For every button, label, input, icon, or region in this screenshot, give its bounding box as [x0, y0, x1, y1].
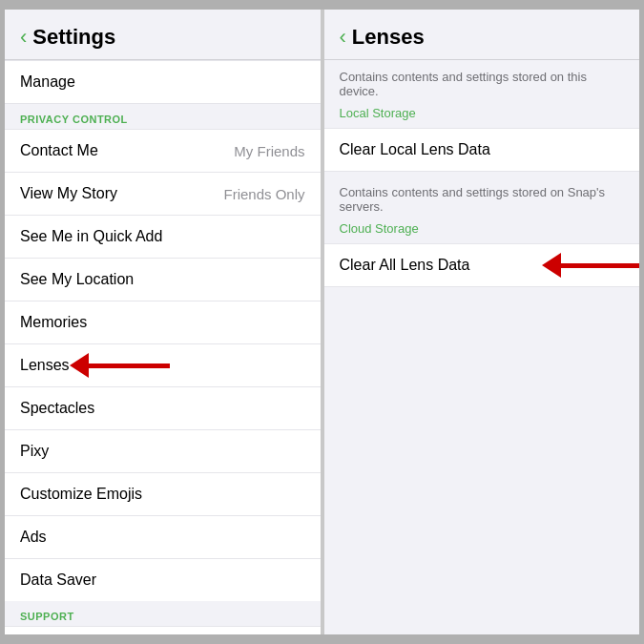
clear-all-arrow-head: [542, 253, 561, 278]
manage-label: Manage: [20, 73, 75, 91]
contact-me-value: My Friends: [234, 143, 304, 159]
settings-panel: ‹ Settings Manage PRIVACY CONTROL Contac…: [5, 10, 321, 634]
settings-item-see-my-location[interactable]: See My Location: [5, 259, 321, 301]
support-group: I Need Help: [5, 626, 321, 634]
settings-item-manage[interactable]: Manage: [5, 60, 321, 104]
local-storage-label: Local Storage: [324, 102, 640, 128]
lenses-label: Lenses: [20, 357, 70, 374]
cloud-storage-info: Contains contents and settings stored on…: [324, 172, 640, 218]
settings-item-i-need-help[interactable]: I Need Help: [5, 626, 321, 634]
back-arrow-settings[interactable]: ‹: [20, 25, 27, 50]
data-saver-label: Data Saver: [20, 571, 96, 589]
local-storage-section: Contains contents and settings stored on…: [324, 60, 640, 172]
phone-container: ‹ Settings Manage PRIVACY CONTROL Contac…: [5, 10, 639, 634]
view-my-story-label: View My Story: [20, 185, 117, 202]
settings-item-lenses[interactable]: Lenses: [5, 344, 321, 387]
cloud-storage-label: Cloud Storage: [324, 218, 640, 243]
privacy-group: Contact Me My Friends View My Story Frie…: [5, 129, 321, 601]
lenses-panel: ‹ Lenses Contains contents and settings …: [324, 10, 640, 634]
settings-list: Manage PRIVACY CONTROL Contact Me My Fri…: [5, 60, 321, 634]
lenses-content: Contains contents and settings stored on…: [324, 60, 640, 634]
settings-item-data-saver[interactable]: Data Saver: [5, 559, 321, 601]
clear-all-arrow-line: [561, 263, 639, 268]
lenses-title: Lenses: [352, 25, 425, 50]
view-my-story-value: Friends Only: [223, 186, 304, 202]
contact-me-label: Contact Me: [20, 142, 98, 159]
see-me-quick-add-label: See Me in Quick Add: [20, 228, 162, 245]
settings-item-see-me-quick-add[interactable]: See Me in Quick Add: [5, 216, 321, 259]
lenses-arrow-annotation: [70, 353, 170, 378]
lenses-arrow-line: [89, 364, 170, 368]
settings-header: ‹ Settings: [5, 10, 321, 60]
lenses-header: ‹ Lenses: [324, 10, 640, 60]
pixy-label: Pixy: [20, 443, 49, 460]
settings-item-contact-me[interactable]: Contact Me My Friends: [5, 129, 321, 173]
see-my-location-label: See My Location: [20, 271, 134, 288]
local-storage-info: Contains contents and settings stored on…: [324, 60, 640, 102]
clear-local-lens-data-button[interactable]: Clear Local Lens Data: [324, 128, 640, 172]
lenses-arrow-head: [70, 353, 89, 378]
back-arrow-lenses[interactable]: ‹: [340, 25, 346, 50]
settings-item-pixy[interactable]: Pixy: [5, 430, 321, 473]
cloud-storage-section: Contains contents and settings stored on…: [324, 172, 640, 287]
clear-all-label: Clear All Lens Data: [340, 257, 470, 273]
settings-item-memories[interactable]: Memories: [5, 301, 321, 344]
customize-emojis-label: Customize Emojis: [20, 486, 142, 503]
settings-item-customize-emojis[interactable]: Customize Emojis: [5, 473, 321, 516]
ads-label: Ads: [20, 529, 47, 546]
privacy-control-header: PRIVACY CONTROL: [5, 104, 321, 129]
clear-all-lens-data-button[interactable]: Clear All Lens Data: [324, 243, 640, 287]
settings-item-spectacles[interactable]: Spectacles: [5, 387, 321, 430]
settings-title: Settings: [32, 25, 115, 50]
memories-label: Memories: [20, 314, 87, 331]
clear-all-arrow-annotation: [542, 253, 639, 278]
settings-item-ads[interactable]: Ads: [5, 516, 321, 559]
settings-item-view-my-story[interactable]: View My Story Friends Only: [5, 173, 321, 216]
support-header: SUPPORT: [5, 601, 321, 626]
spectacles-label: Spectacles: [20, 400, 94, 417]
clear-local-label: Clear Local Lens Data: [340, 141, 490, 157]
